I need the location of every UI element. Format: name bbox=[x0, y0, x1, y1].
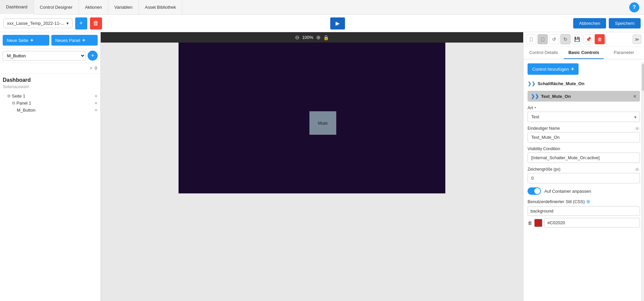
help-button[interactable]: ? bbox=[629, 2, 639, 12]
tab-control-details[interactable]: Control Details bbox=[524, 47, 564, 59]
eye-off-icon2: 👁 bbox=[635, 167, 640, 173]
project-dropdown-label: xxx_Lasse_Temp_2022-11-... bbox=[7, 21, 64, 26]
eindeutiger-name-label: Eindeutiger Name bbox=[528, 126, 560, 131]
css-value-input[interactable] bbox=[544, 218, 640, 228]
control-type-select[interactable]: M_Button bbox=[3, 51, 86, 61]
delete-project-button[interactable]: 🗑 bbox=[90, 17, 102, 29]
right-panel: ⎕ ⎕ ↺ ↻ 💾 📌 🗑 ≫ Control Details Basic Co… bbox=[523, 32, 644, 301]
add-control-type-button[interactable]: + bbox=[88, 51, 98, 61]
save-btn-right[interactable]: 💾 bbox=[572, 34, 582, 44]
color-swatch bbox=[534, 219, 542, 227]
tab-asset-bibliothek[interactable]: Asset Bibliothek bbox=[139, 0, 183, 15]
new-page-label: Neue Seite bbox=[7, 38, 28, 43]
redo-button[interactable]: ↻ bbox=[560, 34, 571, 44]
plus-icon: + bbox=[82, 37, 85, 43]
close-subsection-icon[interactable]: ✕ bbox=[633, 94, 637, 99]
list-item[interactable]: M_Button ✕ bbox=[3, 107, 98, 114]
css-key-row bbox=[528, 206, 640, 216]
search-icon[interactable]: ⚲ bbox=[94, 66, 98, 71]
pin-button[interactable]: 📌 bbox=[583, 34, 593, 44]
tab-dashboard[interactable]: Dashboard bbox=[0, 0, 34, 15]
subsection-arrow-icon: ❯❯ bbox=[531, 94, 539, 99]
visibility-field-group: Visibility Condition bbox=[528, 146, 640, 163]
toolbar: xxx_Lasse_Temp_2022-11-... ▾ + 🗑 ▶ Abbre… bbox=[0, 15, 644, 32]
scrollbar-thumb[interactable] bbox=[642, 64, 644, 91]
save-button[interactable]: Speichern bbox=[609, 18, 641, 28]
left-sidebar: Neue Seite + Neues Panel + M_Button + ✕ … bbox=[0, 32, 101, 301]
art-select-wrapper: Text bbox=[528, 112, 640, 122]
tab-parameter[interactable]: Parameter bbox=[604, 47, 644, 59]
eindeutiger-name-input[interactable] bbox=[528, 132, 640, 142]
project-dropdown[interactable]: xxx_Lasse_Temp_2022-11-... ▾ bbox=[3, 18, 72, 28]
css-section: Benutzerdefinierter Stil (CSS) ⊕ 🗑 bbox=[528, 199, 640, 228]
tree-title: Dashboard bbox=[3, 77, 98, 83]
new-panel-button[interactable]: Neues Panel + bbox=[51, 35, 98, 46]
plus-icon: + bbox=[30, 37, 33, 43]
tab-control-designer[interactable]: Control Designer bbox=[34, 0, 79, 15]
toggle-switch[interactable] bbox=[528, 187, 541, 195]
zoom-in-button[interactable]: ⊕ bbox=[316, 34, 320, 41]
tree-item-label: M_Button bbox=[17, 108, 93, 113]
new-page-button[interactable]: Neue Seite + bbox=[3, 35, 49, 46]
close-icon[interactable]: ✕ bbox=[89, 66, 93, 71]
auf-container-label: Auf Container anpassen bbox=[544, 189, 591, 194]
auf-container-toggle-row: Auf Container anpassen bbox=[528, 187, 640, 195]
zoom-level: 100% bbox=[302, 35, 313, 40]
right-tabs: Control Details Basic Controls Parameter bbox=[524, 47, 644, 59]
art-field-group: Art • Text bbox=[528, 105, 640, 122]
lock-button[interactable]: 🔒 bbox=[323, 35, 329, 40]
undo-button[interactable]: ↺ bbox=[549, 34, 559, 44]
main-content: Neue Seite + Neues Panel + M_Button + ✕ … bbox=[0, 32, 644, 301]
zeichengroesse-label: Zeichengröße (px) bbox=[528, 167, 560, 172]
css-value-row: 🗑 bbox=[528, 218, 640, 228]
chevron-down-icon: ▾ bbox=[66, 21, 69, 26]
subsection-title: ❯❯ Text_Mute_On bbox=[531, 94, 571, 99]
tab-basic-controls[interactable]: Basic Controls bbox=[564, 47, 604, 59]
art-select[interactable]: Text bbox=[528, 112, 640, 122]
visibility-input[interactable] bbox=[528, 153, 640, 163]
right-toolbar: ⎕ ⎕ ↺ ↻ 💾 📌 🗑 ≫ bbox=[524, 32, 644, 47]
subsection-label: Text_Mute_On bbox=[541, 94, 571, 99]
list-item[interactable]: ⊟ Seite 1 ✕ bbox=[3, 93, 98, 100]
tab-aktionen[interactable]: Aktionen bbox=[79, 0, 108, 15]
plus-icon: + bbox=[571, 66, 574, 72]
tree-item-label: Seite 1 bbox=[12, 94, 93, 99]
canvas-area: Mute bbox=[101, 43, 523, 301]
cancel-button[interactable]: Abbrechen bbox=[573, 18, 606, 28]
tree-subtitle: Seitenauswahl bbox=[3, 84, 98, 89]
add-control-button[interactable]: Control hinzufügen + bbox=[528, 63, 579, 75]
zoom-out-button[interactable]: ⊖ bbox=[295, 34, 299, 41]
trash-icon[interactable]: 🗑 bbox=[528, 220, 532, 226]
center-canvas: ⊖ 100% ⊕ 🔒 Mute bbox=[101, 32, 523, 301]
add-control-label: Control hinzufügen bbox=[532, 67, 569, 72]
mute-button-widget[interactable]: Mute bbox=[309, 111, 336, 135]
remove-panel1-icon[interactable]: ✕ bbox=[94, 101, 98, 106]
eindeutiger-name-field-group: Eindeutiger Name 👁 bbox=[528, 126, 640, 142]
top-nav: Dashboard Control Designer Aktionen Vari… bbox=[0, 0, 644, 15]
eye-off-icon: 👁 bbox=[635, 126, 640, 132]
section-arrow-icon: ❯❯ bbox=[528, 81, 536, 86]
expand-button[interactable]: ≫ bbox=[633, 35, 641, 44]
zeichengroesse-field-group: Zeichengröße (px) 👁 bbox=[528, 167, 640, 183]
tree-item-label: Panel 1 bbox=[16, 101, 93, 106]
remove-mbutton-icon[interactable]: ✕ bbox=[94, 108, 98, 113]
paste-button[interactable]: ⎕ bbox=[538, 34, 548, 44]
visibility-label: Visibility Condition bbox=[528, 146, 640, 151]
css-key-input[interactable] bbox=[528, 206, 640, 216]
add-project-button[interactable]: + bbox=[75, 17, 87, 29]
tab-variablen[interactable]: Variablen bbox=[108, 0, 139, 15]
art-label: Art • bbox=[528, 105, 536, 110]
copy-button[interactable]: ⎕ bbox=[526, 34, 536, 44]
zeichengroesse-input[interactable] bbox=[528, 173, 640, 183]
delete-button-right[interactable]: 🗑 bbox=[595, 34, 605, 44]
section-title: Schaltfläche_Mute_On bbox=[538, 81, 584, 86]
css-section-label: Benutzerdefinierter Stil (CSS) ⊕ bbox=[528, 199, 640, 204]
search-input[interactable] bbox=[3, 64, 89, 72]
remove-seite1-icon[interactable]: ✕ bbox=[94, 94, 98, 99]
collapse-icon: ⊟ bbox=[7, 94, 10, 98]
play-button[interactable]: ▶ bbox=[330, 17, 345, 29]
plus-css-icon[interactable]: ⊕ bbox=[586, 199, 590, 204]
collapse-icon: ⊟ bbox=[12, 101, 15, 105]
canvas-toolbar: ⊖ 100% ⊕ 🔒 bbox=[101, 32, 523, 43]
list-item[interactable]: ⊟ Panel 1 ✕ bbox=[3, 100, 98, 107]
